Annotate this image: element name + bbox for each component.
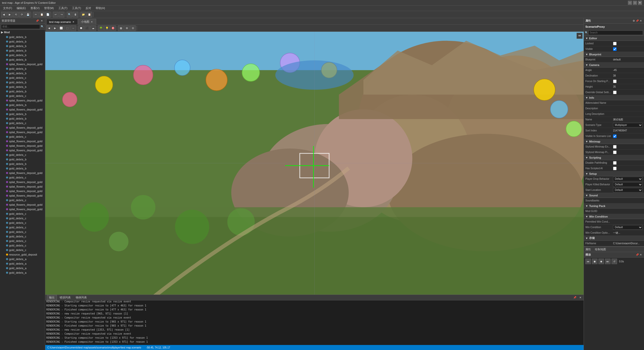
tree-item[interactable]: gold_debris_b bbox=[0, 166, 45, 171]
tree-item[interactable]: splat_flowers_deposit_gold bbox=[0, 171, 45, 175]
section-header-tuningPack[interactable]: ▼Tuning Pack bbox=[584, 203, 644, 208]
tree-item[interactable]: splat_flowers_deposit_gold bbox=[0, 189, 45, 193]
prop-checkbox[interactable] bbox=[613, 145, 617, 149]
tree-item[interactable]: gold_debris_c bbox=[0, 230, 45, 234]
tree-item[interactable]: gold_debris_c bbox=[0, 76, 45, 80]
play-btn-2[interactable]: ⏺ bbox=[598, 259, 604, 264]
tree-item[interactable]: gold_debris_c bbox=[0, 248, 45, 252]
tree-root-mod[interactable]: ▶Mod bbox=[0, 30, 45, 35]
toolbar-btn-8[interactable]: 📄 bbox=[45, 12, 51, 17]
play-btn-4[interactable]: ↺ bbox=[612, 259, 617, 264]
toolbar-btn-3[interactable]: ⟳ bbox=[19, 12, 25, 17]
tree-item[interactable]: gold_debris_b bbox=[0, 157, 45, 162]
vp-toolbar-btn-16[interactable]: ⊟ bbox=[130, 25, 136, 31]
play-btn-3[interactable]: ⏭ bbox=[605, 259, 611, 264]
vp-toolbar-btn-11[interactable]: 💡 bbox=[104, 25, 110, 31]
close-button[interactable]: ✕ bbox=[638, 1, 642, 5]
section-header-winCondition[interactable]: ▼Win Condition bbox=[584, 214, 644, 219]
playback-pin-button[interactable]: 📌 bbox=[635, 253, 639, 257]
menu-item-help[interactable]: 帮助(H) bbox=[94, 6, 107, 11]
section-header-scripting[interactable]: ▼Scripting bbox=[584, 155, 644, 160]
prop-checkbox[interactable] bbox=[613, 80, 617, 83]
section-header-blueprint[interactable]: ▼Blueprint bbox=[584, 52, 644, 57]
tree-item[interactable]: gold_debris_b bbox=[0, 44, 45, 48]
tree-item[interactable]: gold_debris_a bbox=[0, 261, 45, 266]
toolbar-btn-1[interactable]: ▶ bbox=[7, 12, 13, 17]
play-btn-1[interactable]: ⏹ bbox=[592, 259, 597, 264]
toolbar-btn-14[interactable]: 🗑 bbox=[73, 12, 78, 17]
menu-item-tools[interactable]: 工具(T) bbox=[56, 6, 69, 11]
tree-item[interactable]: splat_flowers_deposit_gold bbox=[0, 62, 45, 66]
tree-item[interactable]: gold_debris_c bbox=[0, 239, 45, 243]
vp-toolbar-btn-15[interactable]: ⊞ bbox=[124, 25, 130, 31]
tree-item[interactable]: gold_debris_c bbox=[0, 121, 45, 125]
vp-toolbar-btn-14[interactable]: ▦ bbox=[118, 25, 124, 31]
tree-item[interactable]: gold_debris_b bbox=[0, 162, 45, 166]
tab-test-map[interactable]: test map.scenario✕ bbox=[46, 19, 78, 24]
tree-item[interactable]: gold_debris_b bbox=[0, 116, 45, 121]
section-header-sound[interactable]: ▼Sound bbox=[584, 193, 644, 198]
prop-select[interactable]: DefaultCustom bbox=[613, 225, 642, 230]
toolbar-btn-11[interactable]: ↪ bbox=[59, 12, 64, 17]
prop-select[interactable]: DefaultCustom bbox=[613, 188, 642, 192]
tree-item[interactable]: gold_debris_a bbox=[0, 270, 45, 275]
section-header-storage[interactable]: ▼存储 bbox=[584, 236, 644, 241]
props-pin-button[interactable]: 📌 bbox=[635, 19, 639, 23]
tree-item[interactable]: splat_flowers_deposit_gold bbox=[0, 98, 45, 103]
tab-close-icon[interactable]: ✕ bbox=[90, 20, 93, 23]
prop-select[interactable]: DefaultCustom bbox=[613, 177, 642, 181]
log-tab-物体列表[interactable]: 物体列表 bbox=[73, 295, 89, 300]
vp-toolbar-btn-8[interactable]: ☁ bbox=[90, 25, 96, 31]
props-close-button[interactable]: ✕ bbox=[639, 19, 642, 23]
tree-item[interactable]: gold_debris_c bbox=[0, 198, 45, 202]
tree-item[interactable]: gold_debris_c bbox=[0, 175, 45, 180]
viewport-content[interactable]: 🗺 bbox=[45, 32, 584, 295]
vp-toolbar-btn-1[interactable]: ▶ bbox=[52, 25, 58, 31]
log-tab-错误列表[interactable]: 错误列表 bbox=[57, 295, 73, 300]
tree-item[interactable]: splat_flowers_deposit_gold bbox=[0, 148, 45, 153]
toolbar-btn-13[interactable]: 🔍 bbox=[67, 12, 72, 17]
tree-item[interactable]: splat_flowers_deposit_gold bbox=[0, 184, 45, 189]
tree-item[interactable]: gold_debris_c bbox=[0, 225, 45, 230]
log-close-button[interactable]: ✕ bbox=[579, 296, 582, 299]
section-header-setup[interactable]: ▼Setup bbox=[584, 171, 644, 176]
toolbar-btn-7[interactable]: 📋 bbox=[39, 12, 45, 17]
tree-item[interactable]: gold_debris_b bbox=[0, 112, 45, 116]
resource-search-input[interactable] bbox=[1, 24, 40, 29]
vp-toolbar-btn-2[interactable]: ⬜ bbox=[58, 25, 64, 31]
menu-item-file[interactable]: 文件(F) bbox=[1, 6, 14, 11]
vp-toolbar-btn-12[interactable]: 🎯 bbox=[110, 25, 116, 31]
prop-checkbox[interactable] bbox=[613, 167, 617, 170]
toolbar-btn-0[interactable]: ◀ bbox=[1, 12, 7, 17]
tree-item[interactable]: gold_debris_a bbox=[0, 266, 45, 270]
tab-close-icon[interactable]: ✕ bbox=[72, 20, 75, 23]
prop-select[interactable]: DefaultCustom bbox=[613, 182, 642, 187]
menu-item-edit[interactable]: 编辑(E) bbox=[15, 6, 28, 11]
menu-item-view[interactable]: 查看(V) bbox=[28, 6, 42, 11]
prop-checkbox[interactable] bbox=[613, 151, 617, 154]
tree-item[interactable]: gold_debris_c bbox=[0, 221, 45, 225]
prop-checkbox[interactable] bbox=[613, 134, 617, 138]
menu-item-reflect[interactable]: 反对 bbox=[84, 6, 93, 11]
tree-item[interactable]: splat_flowers_deposit_gold bbox=[0, 107, 45, 112]
tree-item[interactable]: gold_debris_c bbox=[0, 216, 45, 221]
tree-item[interactable]: gold_debris_a bbox=[0, 257, 45, 261]
tree-item[interactable]: gold_debris_c bbox=[0, 243, 45, 248]
vp-toolbar-btn-10[interactable]: 🌳 bbox=[98, 25, 104, 31]
tree-item[interactable]: gold_debris_b bbox=[0, 35, 45, 39]
tree-item[interactable]: gold_debris_b bbox=[0, 103, 45, 107]
props-settings-button[interactable]: ⚙ bbox=[632, 19, 635, 23]
tree-item[interactable]: gold_debris_c bbox=[0, 134, 45, 139]
toolbar-btn-2[interactable]: ⟲ bbox=[13, 12, 19, 17]
toolbar-btn-6[interactable]: ✂ bbox=[33, 12, 39, 17]
tree-item[interactable]: gold_debris_c bbox=[0, 234, 45, 239]
vp-toolbar-btn-4[interactable]: ↔ bbox=[70, 25, 76, 31]
tree-item[interactable]: splat_flowers_deposit_gold bbox=[0, 180, 45, 184]
tree-item[interactable]: gold_debris_b bbox=[0, 71, 45, 76]
tree-item[interactable]: splat_flowers_deposit_gold bbox=[0, 202, 45, 207]
tree-item[interactable]: gold_debris_b bbox=[0, 53, 45, 57]
tree-item[interactable]: gold_debris_b bbox=[0, 57, 45, 62]
toolbar-btn-4[interactable]: 💾 bbox=[25, 12, 31, 17]
section-header-info[interactable]: ▼Info bbox=[584, 95, 644, 100]
section-header-editor[interactable]: ▼Editor bbox=[584, 36, 644, 41]
